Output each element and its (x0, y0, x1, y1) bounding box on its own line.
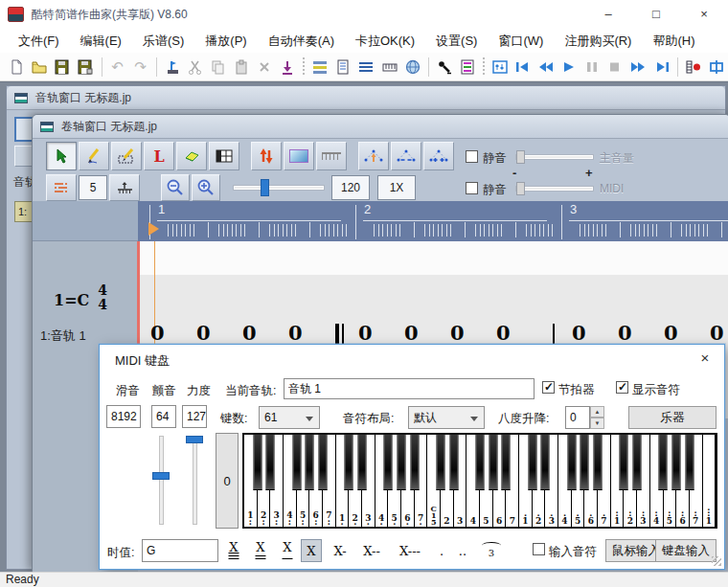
skip-start-button[interactable] (512, 55, 535, 79)
mute-main-checkbox[interactable] (466, 150, 478, 163)
menu-item[interactable]: 窗口(W) (488, 33, 554, 50)
keyboard-input-button[interactable]: 键盘输入 (655, 539, 717, 562)
midi-volume-handle[interactable] (516, 182, 525, 195)
duration-button[interactable]: X-- (356, 539, 387, 562)
save-as-button[interactable] (74, 55, 97, 79)
curve-minus-button[interactable] (391, 142, 421, 170)
instrument-button[interactable]: 乐器 (628, 406, 717, 429)
piano-black-key[interactable] (567, 435, 576, 490)
menu-item[interactable]: 注册购买(R) (554, 33, 642, 50)
rewind-button[interactable] (535, 55, 557, 79)
duration-button[interactable]: X--- (391, 539, 429, 562)
zoom-out-button[interactable] (161, 174, 190, 201)
duration-button[interactable]: . (435, 539, 448, 562)
track-window-titlebar[interactable]: 音轨窗口 无标题.jp (7, 86, 725, 110)
velocity-slider[interactable] (193, 436, 197, 525)
web-globe-button[interactable] (401, 55, 424, 79)
piano-black-key[interactable] (580, 435, 589, 490)
tempo-slider[interactable] (234, 186, 324, 190)
duration-button[interactable]: X (278, 539, 297, 562)
octave-up-button[interactable]: ▲ (590, 406, 604, 418)
duration-button[interactable]: 3 (477, 539, 506, 562)
loop-button[interactable] (705, 55, 728, 79)
duration-button[interactable]: .. (454, 539, 471, 562)
master-volume-handle[interactable] (516, 150, 525, 164)
piano-black-key[interactable] (633, 435, 642, 490)
playhead-marker[interactable] (148, 222, 159, 236)
lyric-l-tool-button[interactable]: L (144, 142, 174, 170)
insert-button[interactable] (161, 55, 184, 79)
piano-white-key[interactable]: ···1 (703, 435, 717, 527)
play-button[interactable] (557, 55, 580, 79)
speed-value[interactable]: 1X (377, 175, 416, 200)
cut-button[interactable] (184, 55, 207, 79)
view-lines-button[interactable] (354, 55, 377, 79)
tempo-value[interactable]: 120 (331, 175, 370, 200)
close-button[interactable]: × (680, 0, 728, 29)
piano-black-key[interactable] (398, 435, 406, 490)
skip-end-button[interactable] (649, 55, 672, 79)
gradient-view-button[interactable] (284, 142, 314, 170)
duration-button[interactable]: X- (328, 539, 353, 562)
metronome-checkbox[interactable] (542, 381, 555, 394)
maximize-button[interactable]: □ (632, 0, 680, 29)
piano-black-key[interactable] (266, 435, 275, 490)
midi-volume-slider[interactable] (516, 187, 593, 191)
menu-item[interactable]: 播放(P) (194, 33, 257, 50)
resize-grip[interactable] (712, 556, 721, 566)
duration-button[interactable]: X (224, 539, 243, 562)
master-volume-slider[interactable] (516, 155, 593, 159)
curve-arrow-button[interactable] (358, 142, 389, 170)
note-layout-select[interactable]: 默认 (408, 406, 485, 429)
vibrato-slider[interactable] (159, 436, 164, 525)
piano-keyboard[interactable]: 1··2··3··4··5··6··7··1·2·3·4·5·6·7·C1523… (242, 433, 717, 529)
curve-plus-button[interactable] (423, 142, 454, 170)
fast-forward-button[interactable] (626, 55, 649, 79)
velocity-slider-handle[interactable] (186, 436, 203, 443)
dialog-titlebar[interactable]: MIDI 键盘 × (100, 345, 724, 373)
microphone-button[interactable] (433, 55, 456, 79)
delete-button[interactable] (253, 55, 276, 79)
piano-black-key[interactable] (659, 435, 668, 490)
title-bar[interactable]: 酷特简谱作曲家(共享版) V8.60 – □ × (0, 0, 728, 29)
pause-button[interactable] (580, 55, 603, 79)
minimize-button[interactable]: – (584, 0, 632, 29)
transpose-updown-button[interactable] (251, 142, 282, 170)
undo-button[interactable]: ↶ (105, 55, 128, 79)
paste-button[interactable] (230, 55, 253, 79)
show-notes-checkbox[interactable] (616, 381, 628, 394)
duration-input[interactable] (142, 539, 218, 562)
vibrato-value[interactable] (151, 405, 176, 428)
piano-black-key[interactable] (541, 435, 550, 490)
grid-tool-button[interactable] (209, 142, 239, 170)
duration-button[interactable]: X (251, 539, 270, 562)
mute-midi-checkbox[interactable] (466, 182, 478, 194)
record-button[interactable] (682, 55, 705, 79)
redo-button[interactable]: ↷ (129, 55, 152, 79)
view-stripes-button[interactable] (308, 55, 331, 79)
velocity-value[interactable] (182, 405, 207, 428)
menu-item[interactable]: 乐谱(S) (132, 33, 194, 50)
lyrics-button[interactable] (456, 55, 479, 79)
piano-black-key[interactable] (489, 435, 497, 490)
open-file-button[interactable] (28, 55, 51, 79)
piano-black-key[interactable] (292, 435, 301, 490)
piano-black-key[interactable] (306, 435, 314, 490)
dialog-close-button[interactable]: × (694, 349, 717, 368)
zoom-in-button[interactable] (192, 174, 220, 201)
piano-black-key[interactable] (345, 435, 353, 490)
piano-black-key[interactable] (253, 435, 262, 490)
menu-item[interactable]: 帮助(H) (642, 33, 705, 50)
marquee-pencil-tool-button[interactable] (111, 142, 142, 170)
duration-button[interactable]: X (301, 539, 322, 562)
piano-black-key[interactable] (528, 435, 536, 490)
octave-down-button[interactable]: ▼ (590, 418, 604, 429)
piano-black-key[interactable] (502, 435, 511, 490)
piano-black-key[interactable] (476, 435, 485, 490)
view-keyboard-button[interactable] (377, 55, 400, 79)
stop-button[interactable] (603, 55, 626, 79)
piano-black-key[interactable] (620, 435, 628, 490)
select-tool-button[interactable] (46, 142, 77, 170)
import-button[interactable] (276, 55, 299, 79)
score-upper-area[interactable] (138, 241, 728, 275)
